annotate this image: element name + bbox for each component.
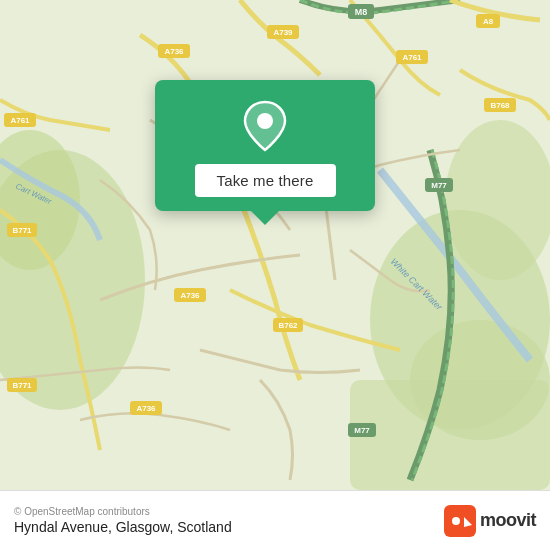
moovit-logo: moovit [444,505,536,537]
moovit-text: moovit [480,510,536,531]
svg-point-39 [452,517,460,525]
take-me-there-button[interactable]: Take me there [195,164,336,197]
svg-text:M77: M77 [431,181,447,190]
svg-text:M8: M8 [355,7,368,17]
svg-text:A761: A761 [402,53,422,62]
svg-point-4 [445,120,550,280]
svg-text:A739: A739 [273,28,293,37]
popup-card: Take me there [155,80,375,211]
moovit-icon [444,505,476,537]
svg-text:A736: A736 [136,404,156,413]
svg-text:B771: B771 [12,381,32,390]
map-svg: M8 A8 A739 A761 A761 B768 A736 M77 A736 … [0,0,550,490]
svg-point-37 [257,113,273,129]
bottom-bar: © OpenStreetMap contributors Hyndal Aven… [0,490,550,550]
svg-text:B768: B768 [490,101,510,110]
copyright-text: © OpenStreetMap contributors [14,506,232,517]
pin-icon-main [241,98,289,154]
address-section: © OpenStreetMap contributors Hyndal Aven… [14,506,232,535]
svg-text:A736: A736 [180,291,200,300]
svg-text:B762: B762 [278,321,298,330]
svg-text:A761: A761 [10,116,30,125]
svg-text:A736: A736 [164,47,184,56]
svg-text:M77: M77 [354,426,370,435]
address-text: Hyndal Avenue, Glasgow, Scotland [14,519,232,535]
map-container: M8 A8 A739 A761 A761 B768 A736 M77 A736 … [0,0,550,490]
svg-text:A8: A8 [483,17,494,26]
svg-text:B771: B771 [12,226,32,235]
